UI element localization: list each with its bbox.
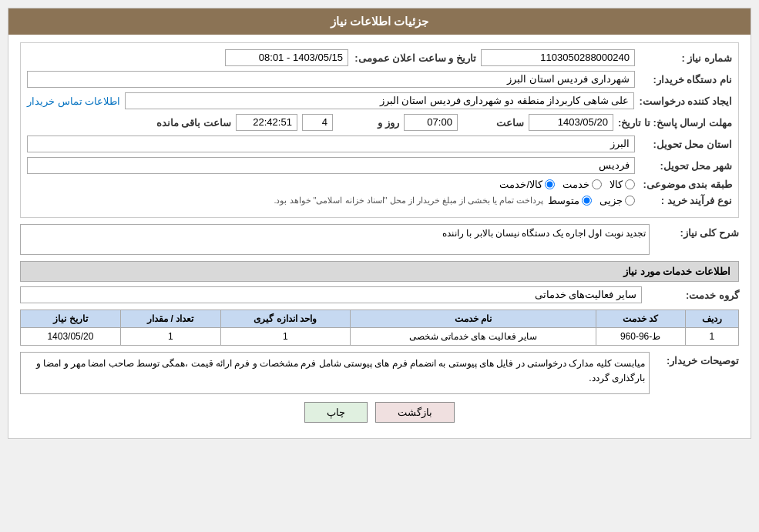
need-desc-label: شرح کلی نیاز:: [654, 224, 739, 239]
info-section: شماره نیاز : 1103050288000240 تاریخ و سا…: [20, 42, 739, 218]
deadline-date: 1403/05/20: [529, 114, 613, 131]
purchase-note: پرداخت تمام یا بخشی از مبلغ خریدار از مح…: [274, 196, 543, 206]
buyer-notes-label: توصیحات خریدار:: [654, 352, 739, 366]
col-header-row: ردیف: [685, 310, 738, 328]
deadline-time-label: ساعت: [462, 117, 524, 129]
print-button[interactable]: چاپ: [304, 402, 368, 423]
remaining-label: ساعت باقی مانده: [139, 117, 231, 129]
row-category: طبقه بندی موضوعی: کالا خدمت کالا/خدمت: [27, 179, 732, 190]
service-group-value: سایر فعالیت‌های خدماتی: [20, 286, 642, 303]
buyer-notes-row: توصیحات خریدار: میابست کلیه مدارک درخواس…: [20, 352, 739, 394]
deadline-time: 07:00: [404, 114, 458, 131]
need-number-label: شماره نیاز :: [640, 52, 732, 64]
contact-link[interactable]: اطلاعات تماس خریدار: [27, 95, 120, 107]
remaining-time: 22:42:51: [236, 114, 297, 131]
category-radio-group: کالا خدمت کالا/خدمت: [499, 179, 635, 190]
page-title: جزئیات اطلاعات نیاز: [8, 8, 751, 35]
radio-khedmat-label: خدمت: [563, 179, 589, 190]
row-city: شهر محل تحویل: فردیس: [27, 157, 732, 174]
buyer-org-value: شهرداری فردیس استان البرز: [27, 71, 635, 88]
row-buyer-org: نام دستگاه خریدار: شهرداری فردیس استان ا…: [27, 71, 732, 88]
services-table: ردیف کد خدمت نام خدمت واحد اندازه گیری ت…: [20, 309, 739, 346]
radio-item-jozi: جزیی: [599, 195, 635, 206]
radio-khedmat[interactable]: [592, 179, 602, 189]
need-number-value: 1103050288000240: [481, 49, 635, 66]
buyer-org-label: نام دستگاه خریدار:: [640, 74, 732, 85]
row-need-number: شماره نیاز : 1103050288000240 تاریخ و سا…: [27, 49, 732, 66]
radio-kala-label: کالا: [610, 179, 623, 190]
services-section-title: اطلاعات خدمات مورد نیاز: [20, 261, 739, 282]
table-header-row: ردیف کد خدمت نام خدمت واحد اندازه گیری ت…: [21, 310, 739, 328]
table-cell-1: ط-96-960: [596, 328, 685, 346]
table-cell-4: 1: [120, 328, 220, 346]
col-header-date: تاریخ نیاز: [21, 310, 121, 328]
announcement-date-value: 1403/05/15 - 08:01: [225, 49, 348, 66]
table-cell-3: 1: [220, 328, 350, 346]
radio-kala-khedmat-label: کالا/خدمت: [499, 179, 542, 190]
radio-item-mutavasset: متوسط: [548, 195, 592, 206]
button-row: بازگشت چاپ: [20, 402, 739, 430]
days-value: 4: [302, 114, 333, 131]
category-label: طبقه بندی موضوعی:: [640, 179, 732, 190]
purchase-radio-group: جزیی متوسط: [548, 195, 635, 206]
row-service-group: گروه خدمت: سایر فعالیت‌های خدماتی: [20, 286, 739, 303]
radio-jozi-label: جزیی: [599, 195, 623, 206]
col-header-qty: تعداد / مقدار: [120, 310, 220, 328]
main-container: جزئیات اطلاعات نیاز شماره نیاز : 1103050…: [8, 8, 751, 439]
days-label: روز و: [338, 117, 399, 129]
need-desc-value: تجدید نوبت اول اجاره یک دستگاه نیسان بال…: [20, 224, 650, 255]
radio-kala-khedmat[interactable]: [545, 179, 555, 189]
col-header-name: نام خدمت: [350, 310, 596, 328]
row-province: استان محل تحویل: البرز: [27, 136, 732, 152]
announcement-date-label: تاریخ و ساعت اعلان عمومی:: [353, 52, 476, 64]
table-cell-0: 1: [685, 328, 738, 346]
deadline-label: مهلت ارسال پاسخ: تا تاریخ:: [618, 117, 732, 129]
need-desc-row: شرح کلی نیاز: تجدید نوبت اول اجاره یک دس…: [20, 224, 739, 255]
service-group-label: گروه خدمت:: [646, 289, 739, 301]
province-value: البرز: [27, 136, 635, 152]
radio-mutavasset[interactable]: [582, 196, 592, 206]
col-header-unit: واحد اندازه گیری: [220, 310, 350, 328]
purchase-type-label: نوع فرآیند خرید :: [640, 195, 732, 206]
radio-item-khedmat: خدمت: [563, 179, 602, 190]
row-deadline: مهلت ارسال پاسخ: تا تاریخ: 1403/05/20 سا…: [27, 114, 732, 131]
city-value: فردیس: [27, 157, 635, 174]
table-cell-5: 1403/05/20: [21, 328, 121, 346]
province-label: استان محل تحویل:: [640, 139, 732, 150]
table-cell-2: سایر فعالیت های خدماتی شخصی: [350, 328, 596, 346]
row-creator: ایجاد کننده درخواست: علی شاهی کاربرداز م…: [27, 92, 732, 109]
back-button[interactable]: بازگشت: [375, 402, 455, 423]
radio-kala[interactable]: [625, 179, 635, 189]
city-label: شهر محل تحویل:: [640, 160, 732, 172]
radio-jozi[interactable]: [625, 196, 635, 206]
buyer-notes-value: میابست کلیه مدارک درخواستی در فایل های پ…: [20, 352, 650, 394]
radio-item-kala-khedmat: کالا/خدمت: [499, 179, 555, 190]
radio-item-kala: کالا: [610, 179, 635, 190]
table-row: 1ط-96-960سایر فعالیت های خدماتی شخصی1114…: [21, 328, 739, 346]
radio-mutavasset-label: متوسط: [548, 195, 579, 206]
row-purchase-type: نوع فرآیند خرید : جزیی متوسط پرداخت تمام…: [27, 195, 732, 206]
creator-label: ایجاد کننده درخواست:: [639, 95, 732, 107]
col-header-code: کد خدمت: [596, 310, 685, 328]
creator-value: علی شاهی کاربرداز منطقه دو شهرداری فردیس…: [125, 92, 634, 109]
